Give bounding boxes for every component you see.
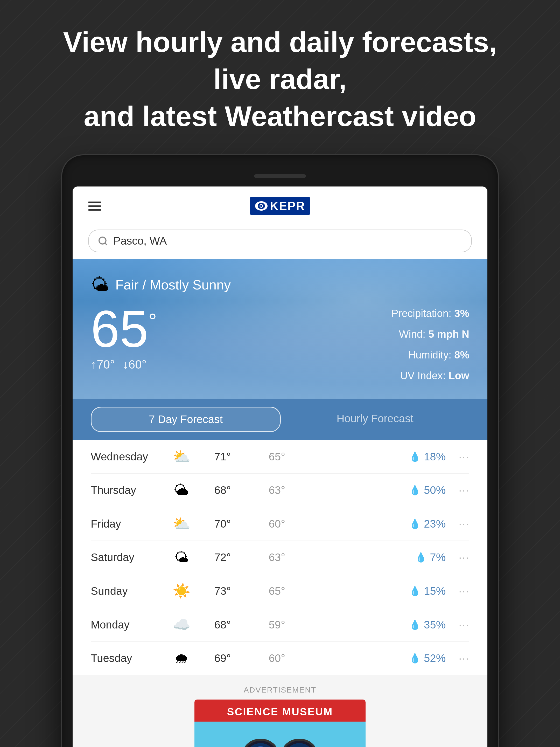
ad-glasses-illustration (241, 732, 319, 747)
forecast-weather-icon: 🌧 (171, 650, 192, 667)
temperature-section: 65° 70° 60° (91, 303, 157, 371)
condition-text: Fair / Mostly Sunny (115, 277, 231, 292)
uv-index-detail: UV Index: Low (392, 365, 469, 386)
forecast-high-temp: 70° (199, 518, 231, 530)
svg-line-5 (105, 243, 107, 245)
hamburger-menu-button[interactable] (88, 202, 101, 211)
forecast-weather-icon: 🌥 (171, 482, 192, 498)
forecast-day-name: Saturday (91, 551, 163, 564)
weather-details: Precipitation: 3% Wind: 5 mph N Humidity… (392, 303, 469, 386)
forecast-high-temp: 72° (199, 551, 231, 564)
kepr-logo: KEPR (250, 197, 310, 215)
forecast-toggle: 7 Day Forecast Hourly Forecast (73, 399, 487, 440)
forecast-high-temp: 68° (199, 619, 231, 631)
kepr-logo-box: KEPR (250, 197, 310, 215)
forecast-day-name: Thursday (91, 484, 163, 496)
forecast-low-temp: 63° (254, 484, 285, 496)
forecast-row: Wednesday ⛅ 71° 65° 💧 18% ··· (91, 440, 469, 473)
ad-top: SCIENCE MUSEUM (194, 699, 366, 722)
forecast-high-temp: 68° (199, 484, 231, 496)
logo-text: KEPR (270, 199, 305, 213)
temp-value: 65 (91, 303, 148, 355)
forecast-weather-icon: ⛅ (171, 515, 192, 532)
precipitation-detail: Precipitation: 3% (392, 303, 469, 324)
cbs-eye-icon (255, 201, 268, 211)
forecast-row: Thursday 🌥 68° 63° 💧 50% ··· (91, 473, 469, 507)
svg-point-3 (260, 205, 262, 207)
hamburger-line (88, 202, 101, 203)
forecast-more-btn[interactable]: ··· (459, 652, 469, 665)
condition-icon: 🌤 (91, 275, 109, 295)
device-top-bar (73, 168, 487, 184)
forecast-day-name: Wednesday (91, 450, 163, 463)
weather-hero: 🌤 Fair / Mostly Sunny 65° 70° 60° (73, 259, 487, 399)
forecast-low-temp: 59° (254, 619, 285, 631)
hourly-forecast-tab[interactable]: Hourly Forecast (281, 407, 469, 432)
page-wrapper: View hourly and daily forecasts, live ra… (0, 0, 560, 747)
temp-low: 60° (123, 357, 147, 371)
forecast-day-name: Monday (91, 619, 163, 631)
forecast-low-temp: 60° (254, 652, 285, 665)
forecast-more-btn[interactable]: ··· (459, 518, 469, 530)
device-frame: KEPR Pasco, WA 🌤 Fair / Mostly (62, 155, 498, 747)
forecast-row: Tuesday 🌧 69° 60° 💧 52% ··· (91, 642, 469, 675)
search-location: Pasco, WA (113, 235, 167, 247)
ad-section: ADVERTISEMENT SCIENCE MUSEUM (73, 675, 487, 747)
hero-title: View hourly and daily forecasts, live ra… (21, 23, 539, 135)
forecast-more-btn[interactable]: ··· (459, 619, 469, 631)
temp-degree: ° (148, 311, 157, 332)
forecast-day-name: Tuesday (91, 652, 163, 665)
ad-museum-title: SCIENCE MUSEUM (202, 706, 358, 718)
forecast-more-btn[interactable]: ··· (459, 450, 469, 463)
weather-main: 65° 70° 60° Precipitation: 3% Wind: 5 mp… (91, 303, 469, 386)
forecast-row: Sunday ☀️ 73° 65° 💧 15% ··· (91, 574, 469, 608)
forecast-more-btn[interactable]: ··· (459, 551, 469, 564)
ad-main: SHARE THE MAGIC Take a virtual tour of t… (194, 722, 366, 747)
forecast-precip: 💧 7% (415, 551, 446, 564)
hamburger-line (88, 209, 101, 211)
forecast-high-temp: 73° (199, 585, 231, 597)
forecast-more-btn[interactable]: ··· (459, 484, 469, 496)
app-screen: KEPR Pasco, WA 🌤 Fair / Mostly (73, 186, 487, 747)
forecast-precip: 💧 52% (409, 652, 446, 665)
temp-high: 70° (91, 357, 115, 371)
forecast-low-temp: 60° (254, 518, 285, 530)
forecast-precip: 💧 18% (409, 450, 446, 463)
hamburger-line (88, 205, 101, 207)
search-icon (98, 236, 108, 246)
seven-day-forecast-tab[interactable]: 7 Day Forecast (91, 407, 281, 432)
forecast-low-temp: 63° (254, 551, 285, 564)
forecast-low-temp: 65° (254, 450, 285, 463)
forecast-high-temp: 71° (199, 450, 231, 463)
forecast-row: Saturday 🌤 72° 63° 💧 7% ··· (91, 541, 469, 574)
wind-detail: Wind: 5 mph N (392, 324, 469, 344)
forecast-more-btn[interactable]: ··· (459, 585, 469, 597)
app-header: KEPR (73, 186, 487, 223)
weather-condition: 🌤 Fair / Mostly Sunny (91, 275, 469, 295)
humidity-detail: Humidity: 8% (392, 344, 469, 365)
forecast-weather-icon: ☀️ (171, 583, 192, 599)
forecast-low-temp: 65° (254, 585, 285, 597)
forecast-row: Friday ⛅ 70° 60° 💧 23% ··· (91, 507, 469, 541)
forecast-high-temp: 69° (199, 652, 231, 665)
forecast-precip: 💧 23% (409, 518, 446, 530)
temp-range: 70° 60° (91, 357, 157, 371)
search-input-wrapper[interactable]: Pasco, WA (88, 230, 472, 252)
forecast-weather-icon: ⛅ (171, 448, 192, 465)
forecast-day-name: Friday (91, 518, 163, 530)
forecast-weather-icon: ☁️ (171, 616, 192, 633)
forecast-row: Monday ☁️ 68° 59° 💧 35% ··· (91, 608, 469, 642)
forecast-precip: 💧 50% (409, 484, 446, 496)
device-speaker (254, 174, 306, 178)
temperature-display: 65° (91, 303, 157, 355)
ad-banner[interactable]: SCIENCE MUSEUM (194, 699, 366, 747)
forecast-day-name: Sunday (91, 585, 163, 597)
forecast-precip: 💧 15% (409, 585, 446, 597)
forecast-list: Wednesday ⛅ 71° 65° 💧 18% ··· Thursday 🌥… (73, 440, 487, 675)
ad-label: ADVERTISEMENT (83, 686, 477, 694)
search-bar: Pasco, WA (73, 223, 487, 259)
forecast-precip: 💧 35% (409, 619, 446, 631)
forecast-weather-icon: 🌤 (171, 549, 192, 566)
